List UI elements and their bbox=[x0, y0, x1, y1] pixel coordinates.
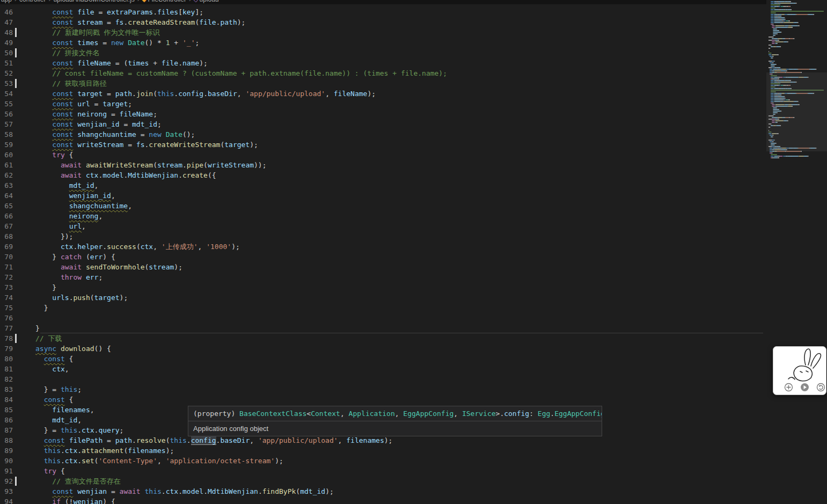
line-number[interactable]: 71 bbox=[0, 262, 13, 272]
line-number[interactable]: 47 bbox=[0, 17, 13, 27]
code-line[interactable]: 91 try { bbox=[0, 466, 766, 476]
code-line[interactable]: 57 const wenjian_id = mdt_id; bbox=[0, 119, 766, 129]
line-number[interactable]: 94 bbox=[0, 496, 13, 504]
line-number[interactable]: 46 bbox=[0, 7, 13, 17]
line-number[interactable]: 58 bbox=[0, 129, 13, 140]
line-number[interactable]: 52 bbox=[0, 68, 13, 78]
breadcrumb-item-uploadanddowncontroller-js[interactable]: uploadAndDownController.js bbox=[53, 0, 134, 3]
line-number[interactable]: 48 bbox=[0, 27, 13, 38]
code-line[interactable]: 77} bbox=[0, 323, 766, 333]
code-line[interactable]: 75 } bbox=[0, 303, 766, 313]
code-line[interactable]: 46 const file = extraParams.files[key]; bbox=[0, 7, 766, 17]
code-line[interactable]: 58 const shangchuantime = new Date(); bbox=[0, 129, 766, 140]
code-line[interactable]: 66 neirong, bbox=[0, 211, 766, 221]
line-number[interactable]: 72 bbox=[0, 272, 13, 282]
line-number[interactable]: 61 bbox=[0, 160, 13, 170]
line-number[interactable]: 64 bbox=[0, 191, 13, 201]
breadcrumb-item-upload[interactable]: upload bbox=[200, 0, 219, 3]
code-line[interactable]: 80 const { bbox=[0, 354, 766, 364]
breadcrumb-item-app[interactable]: app bbox=[1, 0, 12, 3]
line-number[interactable]: 91 bbox=[0, 466, 13, 476]
code-line[interactable]: 84 const { bbox=[0, 395, 766, 405]
line-number[interactable]: 69 bbox=[0, 242, 13, 252]
line-number[interactable]: 74 bbox=[0, 293, 13, 303]
line-number[interactable]: 75 bbox=[0, 303, 13, 313]
line-number[interactable]: 93 bbox=[0, 486, 13, 496]
code-line[interactable]: 90 this.ctx.set('Content-Type', 'applica… bbox=[0, 456, 766, 466]
line-number[interactable]: 89 bbox=[0, 445, 13, 456]
pip-rotate-button[interactable] bbox=[816, 383, 825, 392]
line-number[interactable]: 78 bbox=[0, 333, 13, 344]
line-number[interactable]: 77 bbox=[0, 323, 13, 333]
code-line[interactable]: 74 urls.push(target); bbox=[0, 293, 766, 303]
code-line[interactable]: 93 const wenjian = await this.ctx.model.… bbox=[0, 486, 766, 496]
line-number[interactable]: 90 bbox=[0, 456, 13, 466]
line-number[interactable]: 79 bbox=[0, 344, 13, 354]
line-number[interactable]: 83 bbox=[0, 384, 13, 395]
code-line[interactable]: 51 const fileName = (times + file.name); bbox=[0, 58, 766, 68]
code-line[interactable]: 72 throw err; bbox=[0, 272, 766, 282]
code-line[interactable]: 92 // 查询文件是否存在 bbox=[0, 476, 766, 486]
code-line[interactable]: 52 // const fileName = customName ? (cus… bbox=[0, 68, 766, 78]
line-number[interactable]: 84 bbox=[0, 395, 13, 405]
code-line[interactable]: 67 url, bbox=[0, 221, 766, 231]
line-number[interactable]: 73 bbox=[0, 282, 13, 293]
line-number[interactable]: 50 bbox=[0, 48, 13, 58]
breadcrumb-item-controller[interactable]: controller bbox=[19, 0, 46, 3]
code-line[interactable]: 48 // 新建时间戳 作为文件唯一标识 bbox=[0, 27, 766, 38]
code-line[interactable]: 94 if (!wenjian) { bbox=[0, 496, 766, 504]
line-number[interactable]: 76 bbox=[0, 313, 13, 323]
code-line[interactable]: 79async download() { bbox=[0, 344, 766, 354]
line-number[interactable]: 85 bbox=[0, 405, 13, 415]
line-number[interactable]: 54 bbox=[0, 89, 13, 99]
pip-play-button[interactable] bbox=[800, 383, 809, 392]
line-number[interactable]: 68 bbox=[0, 231, 13, 242]
code-line[interactable]: 78// 下载 bbox=[0, 333, 766, 344]
line-number[interactable]: 80 bbox=[0, 354, 13, 364]
code-line[interactable]: 63 mdt_id, bbox=[0, 180, 766, 191]
line-number[interactable]: 59 bbox=[0, 140, 13, 150]
code-line[interactable]: 88 const filePath = path.resolve(this.co… bbox=[0, 435, 766, 445]
line-number[interactable]: 92 bbox=[0, 476, 13, 486]
code-line[interactable]: 65 shangchuantime, bbox=[0, 201, 766, 211]
line-number[interactable]: 55 bbox=[0, 99, 13, 109]
line-number[interactable]: 82 bbox=[0, 374, 13, 384]
code-line[interactable]: 59 const writeStream = fs.createWriteStr… bbox=[0, 140, 766, 150]
code-line[interactable]: 64 wenjian_id, bbox=[0, 191, 766, 201]
code-line[interactable]: 71 await sendToWormhole(stream); bbox=[0, 262, 766, 272]
code-line[interactable]: 53 // 获取项目路径 bbox=[0, 78, 766, 89]
code-line[interactable]: 89 this.ctx.attachment(filenames); bbox=[0, 445, 766, 456]
code-line[interactable]: 83 } = this; bbox=[0, 384, 766, 395]
line-number[interactable]: 67 bbox=[0, 221, 13, 231]
line-number[interactable]: 51 bbox=[0, 58, 13, 68]
code-line[interactable]: 50 // 拼接文件名 bbox=[0, 48, 766, 58]
pip-widget[interactable] bbox=[773, 346, 826, 395]
line-number[interactable]: 70 bbox=[0, 252, 13, 262]
code-line[interactable]: 70 } catch (err) { bbox=[0, 252, 766, 262]
line-number[interactable]: 60 bbox=[0, 150, 13, 160]
line-number[interactable]: 56 bbox=[0, 109, 13, 119]
code-line[interactable]: 82 bbox=[0, 374, 766, 384]
code-line[interactable]: 81 ctx, bbox=[0, 364, 766, 374]
code-line[interactable]: 68 }); bbox=[0, 231, 766, 242]
line-number[interactable]: 65 bbox=[0, 201, 13, 211]
code-line[interactable]: 47 const stream = fs.createReadStream(fi… bbox=[0, 17, 766, 27]
code-line[interactable]: 54 const target = path.join(this.config.… bbox=[0, 89, 766, 99]
minimap[interactable] bbox=[766, 0, 827, 504]
line-number[interactable]: 53 bbox=[0, 78, 13, 89]
minimap-slider[interactable] bbox=[766, 72, 827, 151]
line-number[interactable]: 57 bbox=[0, 119, 13, 129]
line-number[interactable]: 86 bbox=[0, 415, 13, 425]
code-line[interactable]: 61 await awaitWriteStream(stream.pipe(wr… bbox=[0, 160, 766, 170]
code-line[interactable]: 73 } bbox=[0, 282, 766, 293]
line-number[interactable]: 66 bbox=[0, 211, 13, 221]
line-number[interactable]: 49 bbox=[0, 38, 13, 48]
pip-move-button[interactable] bbox=[784, 383, 793, 392]
line-number[interactable]: 62 bbox=[0, 170, 13, 180]
code-line[interactable]: 62 await ctx.model.MdtibWenjian.create({ bbox=[0, 170, 766, 180]
breadcrumb-item-filecontroller[interactable]: FileController bbox=[148, 0, 186, 3]
code-line[interactable]: 56 const neirong = fileName; bbox=[0, 109, 766, 119]
code-line[interactable]: 76 bbox=[0, 313, 766, 323]
line-number[interactable]: 63 bbox=[0, 180, 13, 191]
line-number[interactable]: 88 bbox=[0, 435, 13, 445]
